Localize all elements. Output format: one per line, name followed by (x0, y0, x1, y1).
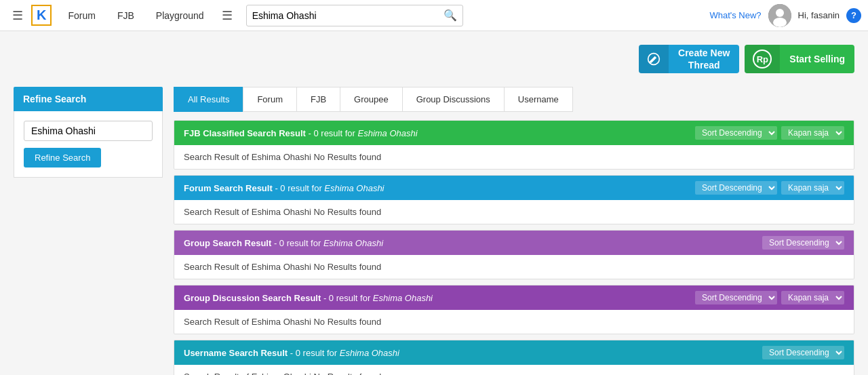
search-icon[interactable]: 🔍 (443, 9, 457, 22)
result-section-fjb: FJB Classified Search Result - 0 result … (174, 120, 854, 170)
result-controls-username: Sort Descending (762, 346, 844, 359)
help-icon[interactable]: ? (846, 8, 861, 23)
result-header-username: Username Search Result - 0 result for Es… (174, 340, 854, 365)
result-controls-group-discussion: Sort DescendingKapan saja (695, 291, 844, 304)
result-header-group: Group Search Result - 0 result for Eshim… (174, 231, 854, 255)
sidebar-body: Refine Search (14, 111, 163, 178)
result-body-forum: Search Result of Eshima Ohashi No Result… (174, 200, 854, 224)
nav-fjb-link[interactable]: FJB (108, 7, 144, 24)
result-body-fjb: Search Result of Eshima Ohashi No Result… (174, 145, 854, 169)
nav-forum-link[interactable]: Forum (58, 7, 104, 24)
result-controls-forum: Sort DescendingKapan saja (695, 181, 844, 195)
result-title-forum: Forum Search Result - 0 result for Eshim… (184, 183, 384, 193)
start-selling-label: Start Selling (780, 53, 854, 65)
tab-group-discussions[interactable]: Group Discussions (402, 87, 504, 112)
nav-right-area: What's New? Hi, fasanin ? (709, 4, 861, 27)
result-header-group-discussion: Group Discussion Search Result - 0 resul… (174, 285, 854, 310)
tab-all-results[interactable]: All Results (174, 87, 243, 112)
tab-username[interactable]: Username (504, 87, 573, 112)
search-input[interactable] (252, 10, 441, 21)
result-section-username: Username Search Result - 0 result for Es… (174, 340, 854, 375)
result-section-group-discussion: Group Discussion Search Result - 0 resul… (174, 285, 854, 334)
kapan-dropdown-fjb[interactable]: Kapan saja (781, 126, 844, 140)
result-title-group-discussion: Group Discussion Search Result - 0 resul… (184, 293, 433, 303)
username-label: Hi, fasanin (798, 10, 840, 20)
svg-point-1 (776, 9, 784, 17)
result-title-fjb: FJB Classified Search Result - 0 result … (184, 128, 418, 138)
rp-icon: Rp (753, 50, 772, 68)
start-selling-button[interactable]: Rp Start Selling (745, 45, 854, 73)
avatar (768, 4, 791, 27)
kapan-dropdown-group-discussion[interactable]: Kapan saja (781, 291, 844, 304)
tab-fjb[interactable]: FJB (296, 87, 340, 112)
create-thread-icon (639, 45, 669, 73)
sidebar-header: Refine Search (14, 87, 163, 111)
result-header-forum: Forum Search Result - 0 result for Eshim… (174, 176, 854, 200)
nav-playground-link[interactable]: Playground (146, 7, 214, 24)
result-header-fjb: FJB Classified Search Result - 0 result … (174, 121, 854, 145)
result-title-group: Group Search Result - 0 result for Eshim… (184, 238, 383, 248)
sort-dropdown-group-discussion[interactable]: Sort Descending (695, 291, 777, 304)
result-section-group: Group Search Result - 0 result for Eshim… (174, 230, 854, 279)
top-actions: Create New Thread Rp Start Selling (14, 45, 854, 73)
create-thread-button[interactable]: Create New Thread (639, 45, 739, 73)
whats-new-link[interactable]: What's New? (709, 10, 761, 20)
kapan-dropdown-forum[interactable]: Kapan saja (781, 181, 844, 195)
svg-point-2 (773, 18, 787, 27)
search-layout: Refine Search Refine Search All ResultsF… (14, 87, 854, 375)
result-controls-group: Sort Descending (762, 236, 844, 250)
nav-menu-icon[interactable]: ☰ (216, 5, 238, 26)
result-controls-fjb: Sort DescendingKapan saja (695, 126, 844, 140)
hamburger-menu-icon[interactable]: ☰ (7, 5, 28, 26)
main-content: Create New Thread Rp Start Selling Refin… (0, 31, 868, 375)
sort-dropdown-forum[interactable]: Sort Descending (695, 181, 777, 195)
sort-dropdown-group[interactable]: Sort Descending (762, 236, 844, 250)
start-selling-icon: Rp (745, 45, 780, 73)
result-body-group-discussion: Search Result of Eshima Ohashi No Result… (174, 310, 854, 334)
sidebar-search-input[interactable] (24, 121, 153, 141)
results-container: FJB Classified Search Result - 0 result … (174, 120, 854, 375)
navbar: ☰ K Forum FJB Playground ☰ 🔍 What's New?… (0, 0, 868, 31)
sidebar-refine-button[interactable]: Refine Search (24, 148, 101, 167)
logo-button[interactable]: K (31, 5, 52, 26)
sort-dropdown-username[interactable]: Sort Descending (762, 346, 844, 359)
tab-groupee[interactable]: Groupee (340, 87, 402, 112)
search-bar: 🔍 (246, 5, 463, 26)
create-thread-label: Create New Thread (669, 47, 739, 71)
sort-dropdown-fjb[interactable]: Sort Descending (695, 126, 777, 140)
sidebar: Refine Search Refine Search (14, 87, 163, 375)
result-title-username: Username Search Result - 0 result for Es… (184, 348, 399, 358)
results-area: All ResultsForumFJBGroupeeGroup Discussi… (174, 87, 854, 375)
result-body-group: Search Result of Eshima Ohashi No Result… (174, 255, 854, 279)
result-body-username: Search Result of Eshima Ohashi No Result… (174, 365, 854, 375)
result-section-forum: Forum Search Result - 0 result for Eshim… (174, 175, 854, 224)
tabs-row: All ResultsForumFJBGroupeeGroup Discussi… (174, 87, 854, 112)
tab-forum[interactable]: Forum (243, 87, 296, 112)
